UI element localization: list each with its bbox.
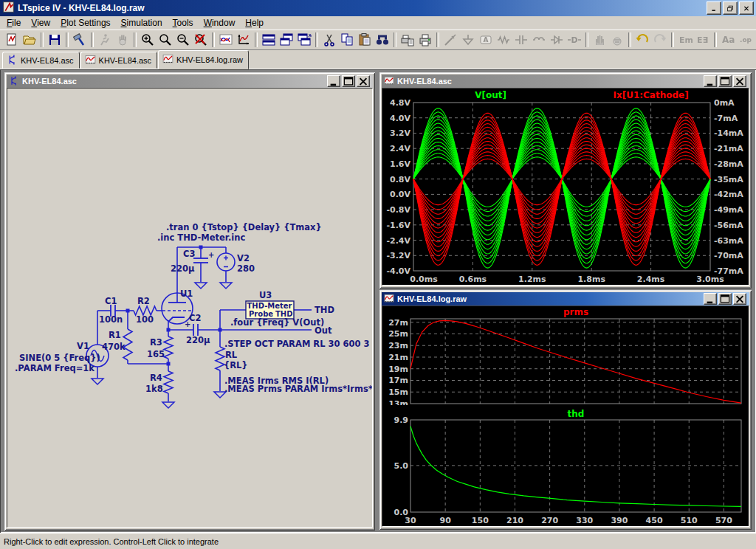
copy-button[interactable] bbox=[338, 32, 356, 49]
paste-button[interactable] bbox=[356, 32, 374, 49]
schematic-label[interactable]: .inc THD-Meter.inc bbox=[157, 232, 245, 243]
move-button[interactable] bbox=[591, 32, 608, 49]
drag-button[interactable] bbox=[608, 32, 626, 49]
resistor-R3[interactable] bbox=[164, 336, 173, 359]
autorange-y-button[interactable] bbox=[217, 32, 235, 49]
log-plot-area[interactable]: prms27m25m23m21m19m17m15m13m thd30901502… bbox=[382, 305, 749, 527]
find-button[interactable] bbox=[374, 32, 391, 49]
zoom-area-button[interactable] bbox=[157, 32, 174, 49]
cut-button[interactable] bbox=[320, 32, 338, 49]
print-button[interactable] bbox=[416, 32, 434, 49]
schematic-label[interactable]: V1 bbox=[77, 341, 89, 351]
print-preview-button[interactable] bbox=[399, 32, 416, 49]
restore-button[interactable] bbox=[723, 1, 738, 15]
zoom-out-button[interactable] bbox=[174, 32, 192, 49]
schematic-label[interactable]: RL bbox=[225, 350, 238, 360]
schematic-label[interactable]: Out bbox=[315, 325, 332, 336]
tab-khv-el84.log.raw-2[interactable]: KHV-EL84.log.raw bbox=[158, 50, 249, 69]
schematic-label[interactable]: 100 bbox=[136, 314, 154, 325]
menu-help[interactable]: Help bbox=[240, 16, 269, 30]
schematic-label[interactable]: C1 bbox=[105, 296, 117, 306]
cascade-windows-button[interactable] bbox=[278, 32, 295, 49]
menu-window[interactable]: Window bbox=[199, 16, 241, 30]
new-schematic-button[interactable] bbox=[3, 32, 21, 49]
minimize-button[interactable] bbox=[707, 1, 721, 15]
tab-khv-el84.asc[interactable]: KHV-EL84.asc bbox=[2, 52, 80, 69]
schematic-canvas[interactable]: .tran 0 {Tstop} {Delay} {Tmax}.inc THD-M… bbox=[7, 88, 373, 528]
schematic-label[interactable]: U1 bbox=[180, 289, 193, 299]
arrange-icons-button[interactable] bbox=[295, 32, 313, 49]
resistor-R4[interactable] bbox=[164, 371, 173, 393]
schematic-window-titlebar[interactable]: KHV-EL84.asc bbox=[7, 75, 373, 88]
thd-legend[interactable]: thd bbox=[568, 409, 585, 419]
schematic-label[interactable]: 220µ bbox=[186, 335, 210, 345]
diode-button[interactable] bbox=[548, 32, 566, 49]
mirror-button[interactable]: Em bbox=[676, 32, 694, 49]
schematic-close-button[interactable] bbox=[357, 75, 370, 87]
rotate-button[interactable]: E∃ bbox=[694, 32, 712, 49]
schematic-label[interactable]: R2 bbox=[137, 296, 150, 306]
ground-button[interactable] bbox=[459, 32, 477, 49]
redo-button[interactable] bbox=[651, 32, 669, 49]
menu-plot-settings[interactable]: Plot Settings bbox=[55, 16, 115, 30]
schematic-label[interactable]: THD-Meter bbox=[247, 302, 292, 310]
schematic-label[interactable]: .PARAM Freq=1k bbox=[15, 363, 94, 373]
waveform-close-button[interactable] bbox=[733, 75, 746, 87]
zoom-full-extents-button[interactable] bbox=[192, 32, 210, 49]
halt-button[interactable] bbox=[114, 32, 131, 49]
schematic-label[interactable]: {RL} bbox=[224, 360, 248, 370]
menu-view[interactable]: View bbox=[26, 16, 55, 30]
schematic-label[interactable]: U3 bbox=[259, 290, 272, 300]
save-button[interactable] bbox=[46, 32, 63, 49]
schematic-minimize-button[interactable] bbox=[327, 75, 340, 87]
open-button[interactable] bbox=[21, 32, 38, 49]
menu-file[interactable]: File bbox=[1, 16, 26, 30]
wire-button[interactable] bbox=[441, 32, 459, 49]
waveform-window-titlebar[interactable]: KHV-EL84.asc bbox=[382, 75, 749, 88]
close-button[interactable] bbox=[739, 1, 754, 15]
net-label-button[interactable]: A bbox=[477, 32, 495, 49]
waveform-plot-area[interactable]: V[out]Ix[U1:Cathode]4.8V0mA4.0V-7mA3.2V-… bbox=[382, 88, 749, 286]
schematic-label[interactable]: R4 bbox=[150, 373, 162, 383]
zoom-in-button[interactable] bbox=[139, 32, 157, 49]
schematic-label[interactable]: .four {Freq} V(Out) bbox=[230, 317, 324, 328]
run-button[interactable] bbox=[96, 32, 114, 49]
undo-button[interactable] bbox=[633, 32, 651, 49]
menu-simulation[interactable]: Simulation bbox=[116, 16, 168, 30]
schematic-label[interactable]: .MEAS Prms PARAM Irms*Irms*RL bbox=[224, 384, 372, 394]
schematic-label[interactable]: 280 bbox=[237, 263, 255, 274]
component-button[interactable]: D bbox=[566, 32, 583, 49]
schematic-label[interactable]: 220µ bbox=[171, 263, 195, 274]
schematic-label[interactable]: R1 bbox=[109, 330, 121, 340]
schematic-label[interactable]: + bbox=[208, 251, 214, 259]
menu-tools[interactable]: Tools bbox=[168, 16, 199, 30]
schematic-label[interactable]: .STEP OCT PARAM RL 30 600 3 bbox=[224, 339, 370, 349]
schematic-label[interactable]: R3 bbox=[150, 337, 162, 348]
schematic-label[interactable]: .tran 0 {Tstop} {Delay} {Tmax} bbox=[166, 222, 322, 232]
plot-settings-button[interactable] bbox=[235, 32, 252, 49]
text-button[interactable]: Aa bbox=[719, 32, 737, 49]
schematic-label[interactable]: THD bbox=[315, 305, 334, 315]
schematic-label[interactable]: 165 bbox=[147, 349, 165, 359]
log-minimize-button[interactable] bbox=[704, 293, 717, 305]
tile-windows-button[interactable] bbox=[260, 32, 278, 49]
schematic-label[interactable]: SINE(0 5 {Freq}) bbox=[19, 353, 100, 363]
schematic-label[interactable]: V2 bbox=[237, 253, 250, 263]
wave-legend-vout[interactable]: V[out] bbox=[475, 90, 506, 100]
log-maximize-button[interactable] bbox=[718, 293, 732, 305]
log-close-button[interactable] bbox=[733, 293, 746, 305]
title-bar[interactable]: LTspice IV - KHV-EL84.log.raw bbox=[0, 0, 756, 16]
schematic-label[interactable]: C2 bbox=[189, 313, 201, 323]
log-window-titlebar[interactable]: KHV-EL84.log.raw bbox=[382, 292, 749, 305]
tab-khv-el84.asc-1[interactable]: KHV-EL84.asc bbox=[80, 52, 158, 69]
waveform-minimize-button[interactable] bbox=[704, 75, 717, 87]
prms-legend[interactable]: prms bbox=[563, 307, 588, 317]
schematic-maximize-button[interactable] bbox=[342, 75, 355, 87]
schematic-label[interactable]: C3 bbox=[183, 249, 195, 259]
schematic-label[interactable]: 1k8 bbox=[145, 384, 163, 394]
inductor-button[interactable] bbox=[530, 32, 548, 49]
wave-legend-icathode[interactable]: Ix[U1:Cathode] bbox=[613, 90, 688, 100]
schematic-label[interactable]: + bbox=[185, 320, 190, 328]
control-panel-button[interactable] bbox=[71, 32, 89, 49]
schematic-label[interactable]: 100n bbox=[99, 314, 123, 325]
